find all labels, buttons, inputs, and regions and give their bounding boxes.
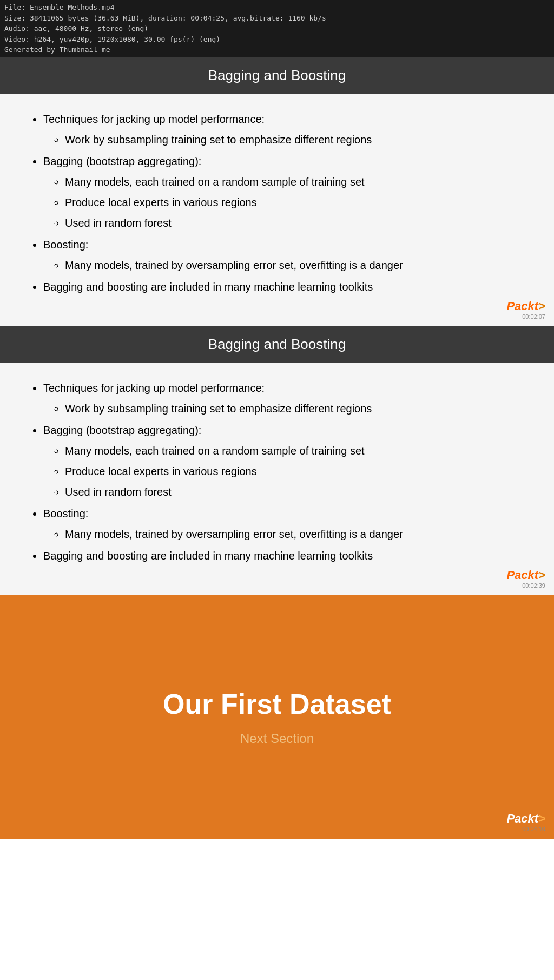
slide-3-title: Our First Dataset (163, 688, 391, 720)
list-item: Used in random forest (65, 214, 527, 232)
slide-3: Our First Dataset Next Section Packt> 00… (0, 595, 554, 839)
metadata-line4: Video: h264, yuv420p, 1920x1080, 30.00 f… (4, 34, 550, 45)
list-item: Bagging and boosting are included in man… (43, 547, 527, 565)
slide-1-header: Bagging and Boosting (0, 57, 554, 94)
sub-list: Work by subsampling training set to emph… (43, 399, 527, 418)
list-item: Many models, trained by oversampling err… (65, 525, 527, 543)
list-item: Used in random forest (65, 483, 527, 501)
sub-list: Many models, trained by oversampling err… (43, 525, 527, 543)
list-item: Bagging and boosting are included in man… (43, 278, 527, 296)
packt-logo-2: Packt> 00:02:39 (506, 568, 545, 589)
list-item: Produce local experts in various regions (65, 462, 527, 481)
list-item: Bagging (bootstrap aggregating): Many mo… (43, 421, 527, 501)
slide-1: Bagging and Boosting Techniques for jack… (0, 57, 554, 326)
list-item: Techniques for jacking up model performa… (43, 110, 527, 149)
timestamp-2: 00:02:39 (506, 582, 545, 589)
slide-1-bullet-list: Techniques for jacking up model performa… (27, 110, 527, 296)
timestamp-3: 00:04:10 (506, 826, 545, 832)
sub-list: Work by subsampling training set to emph… (43, 130, 527, 149)
packt-logo-1: Packt> 00:02:07 (506, 299, 545, 320)
timestamp-1: 00:02:07 (506, 313, 545, 320)
metadata-line5: Generated by Thumbnail me (4, 44, 550, 55)
slide-2-bullet-list: Techniques for jacking up model performa… (27, 379, 527, 565)
slide-2-header: Bagging and Boosting (0, 326, 554, 363)
packt-logo-3: Packt> 00:04:10 (506, 812, 545, 832)
slide-2-content: Techniques for jacking up model performa… (0, 363, 554, 595)
list-item: Many models, trained by oversampling err… (65, 256, 527, 274)
metadata-bar: File: Ensemble Methods.mp4 Size: 3841106… (0, 0, 554, 57)
list-item: Work by subsampling training set to emph… (65, 130, 527, 149)
list-item: Techniques for jacking up model performa… (43, 379, 527, 418)
list-item: Many models, each trained on a random sa… (65, 442, 527, 460)
metadata-line3: Audio: aac, 48000 Hz, stereo (eng) (4, 23, 550, 34)
slide-3-subtitle: Next Section (240, 731, 314, 746)
sub-list: Many models, each trained on a random sa… (43, 173, 527, 232)
sub-list: Many models, each trained on a random sa… (43, 442, 527, 501)
list-item: Bagging (bootstrap aggregating): Many mo… (43, 152, 527, 232)
sub-list: Many models, trained by oversampling err… (43, 256, 527, 274)
list-item: Boosting: Many models, trained by oversa… (43, 235, 527, 274)
list-item: Produce local experts in various regions (65, 193, 527, 212)
slide-1-content: Techniques for jacking up model performa… (0, 94, 554, 326)
metadata-line1: File: Ensemble Methods.mp4 (4, 2, 550, 13)
list-item: Many models, each trained on a random sa… (65, 173, 527, 191)
list-item: Boosting: Many models, trained by oversa… (43, 504, 527, 543)
list-item: Work by subsampling training set to emph… (65, 399, 527, 418)
slide-2: Bagging and Boosting Techniques for jack… (0, 326, 554, 595)
metadata-line2: Size: 38411065 bytes (36.63 MiB), durati… (4, 13, 550, 24)
